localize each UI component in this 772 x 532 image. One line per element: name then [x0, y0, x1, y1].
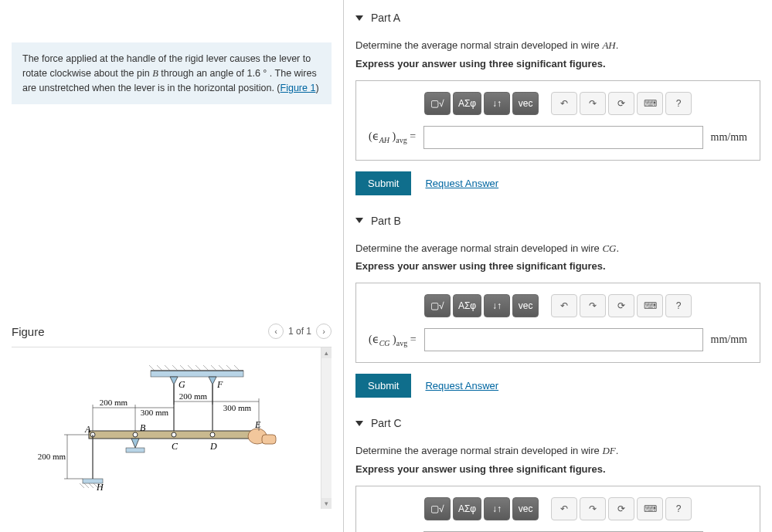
redo-button[interactable]: ↷	[580, 92, 606, 115]
svg-text:H: H	[96, 482, 104, 493]
svg-line-28	[84, 483, 89, 488]
svg-rect-0	[151, 371, 243, 377]
svg-line-4	[165, 365, 170, 371]
undo-button[interactable]: ↶	[551, 92, 577, 115]
figure-next-button[interactable]: ›	[316, 324, 332, 339]
svg-line-10	[211, 365, 216, 371]
svg-line-12	[226, 365, 232, 371]
figure-body: ▴ ▾	[12, 347, 332, 509]
templates-button[interactable]: ▢√	[424, 497, 451, 520]
answer-label: (ϵCG )avg =	[369, 333, 417, 347]
collapse-icon[interactable]	[355, 218, 363, 223]
svg-text:A: A	[84, 424, 91, 435]
figure-diagram: 200 mm 300 mm 200 mm 300 mm 200 mm A B C…	[19, 355, 313, 502]
unit-label: mm/mm	[711, 334, 747, 346]
svg-line-27	[80, 483, 84, 488]
svg-marker-15	[209, 377, 216, 385]
vec-button[interactable]: vec	[512, 294, 539, 317]
part-instruction: Express your answer using three signific…	[355, 58, 760, 69]
vec-button[interactable]: vec	[512, 92, 539, 115]
svg-text:C: C	[172, 441, 179, 452]
undo-button[interactable]: ↶	[551, 294, 577, 317]
svg-line-11	[219, 365, 224, 371]
part-title: Part C	[371, 417, 402, 429]
svg-text:B: B	[140, 422, 146, 433]
svg-line-9	[203, 365, 209, 371]
scroll-up-icon[interactable]: ▴	[321, 347, 332, 358]
submit-button[interactable]: Submit	[355, 374, 411, 398]
figure-scrollbar[interactable]: ▴ ▾	[321, 347, 332, 509]
answer-label: (ϵAH )avg =	[369, 130, 416, 144]
undo-button[interactable]: ↶	[551, 497, 577, 520]
keyboard-button[interactable]: ⌨	[637, 497, 663, 520]
svg-line-7	[188, 365, 193, 371]
svg-text:300 mm: 300 mm	[223, 403, 252, 412]
request-answer-link[interactable]: Request Answer	[425, 380, 498, 391]
keyboard-button[interactable]: ⌨	[637, 294, 663, 317]
greek-button[interactable]: ΑΣφ	[453, 294, 481, 317]
subscript-button[interactable]: ↓↑	[484, 294, 510, 317]
svg-line-29	[89, 483, 94, 488]
svg-text:200 mm: 200 mm	[38, 452, 66, 461]
scroll-down-icon[interactable]: ▾	[321, 498, 332, 509]
collapse-icon[interactable]	[355, 15, 363, 21]
svg-rect-33	[262, 435, 276, 444]
part-instruction: Express your answer using three signific…	[355, 260, 760, 272]
unit-label: mm/mm	[711, 131, 747, 144]
svg-line-6	[180, 365, 185, 371]
svg-line-3	[157, 365, 162, 371]
svg-text:G: G	[179, 379, 185, 390]
figure-prev-button[interactable]: ‹	[268, 324, 284, 339]
svg-line-2	[149, 365, 155, 371]
submit-button[interactable]: Submit	[355, 171, 411, 195]
svg-text:E: E	[254, 419, 261, 430]
figure-nav-text: 1 of 1	[288, 326, 311, 337]
part-b: Part B Determine the average normal stra…	[355, 215, 760, 398]
answer-input[interactable]	[424, 328, 703, 351]
templates-button[interactable]: ▢√	[424, 92, 451, 115]
help-button[interactable]: ?	[665, 92, 692, 115]
reset-button[interactable]: ⟳	[608, 294, 634, 317]
greek-button[interactable]: ΑΣφ	[453, 497, 481, 520]
part-prompt: Determine the average normal strain deve…	[355, 241, 760, 256]
svg-text:F: F	[216, 379, 223, 390]
figure-link[interactable]: Figure 1	[281, 83, 316, 93]
answer-box: ▢√ ΑΣφ ↓↑ vec ↶ ↷ ⟳ ⌨ ? (ϵAH )avg = mm/m…	[355, 80, 760, 161]
svg-point-24	[210, 432, 215, 437]
request-answer-link[interactable]: Request Answer	[425, 178, 498, 189]
svg-text:200 mm: 200 mm	[179, 391, 208, 401]
reset-button[interactable]: ⟳	[608, 497, 634, 520]
templates-button[interactable]: ▢√	[424, 294, 451, 317]
redo-button[interactable]: ↷	[580, 294, 606, 317]
part-title: Part A	[371, 12, 400, 24]
answer-box: ▢√ ΑΣφ ↓↑ vec ↶ ↷ ⟳ ⌨ ? (ϵCG )avg = mm/m…	[355, 283, 760, 363]
svg-line-5	[172, 365, 178, 371]
svg-marker-14	[170, 377, 178, 385]
subscript-button[interactable]: ↓↑	[484, 92, 510, 115]
redo-button[interactable]: ↷	[580, 497, 606, 520]
svg-point-22	[133, 432, 138, 437]
svg-marker-19	[131, 439, 139, 448]
svg-text:200 mm: 200 mm	[100, 398, 128, 407]
svg-rect-20	[126, 448, 145, 452]
help-button[interactable]: ?	[665, 294, 692, 317]
reset-button[interactable]: ⟳	[608, 92, 634, 115]
part-title: Part B	[371, 215, 401, 227]
part-prompt: Determine the average normal strain deve…	[355, 443, 760, 459]
help-button[interactable]: ?	[665, 497, 692, 520]
svg-point-23	[172, 432, 176, 437]
svg-text:D: D	[209, 441, 217, 452]
svg-text:300 mm: 300 mm	[141, 408, 169, 417]
answer-box: ▢√ ΑΣφ ↓↑ vec ↶ ↷ ⟳ ⌨ ? (ϵDF )avg = mm/m…	[355, 486, 760, 533]
greek-button[interactable]: ΑΣφ	[453, 92, 481, 115]
subscript-button[interactable]: ↓↑	[484, 497, 510, 520]
figure-title: Figure	[12, 325, 45, 338]
collapse-icon[interactable]	[355, 421, 363, 426]
part-a: Part A Determine the average normal stra…	[355, 12, 760, 195]
answer-input[interactable]	[423, 126, 703, 149]
vec-button[interactable]: vec	[512, 497, 539, 520]
part-prompt: Determine the average normal strain deve…	[355, 38, 760, 53]
part-instruction: Express your answer using three signific…	[355, 463, 760, 475]
keyboard-button[interactable]: ⌨	[637, 92, 663, 115]
problem-statement: The force applied at the handle of the r…	[12, 42, 332, 104]
